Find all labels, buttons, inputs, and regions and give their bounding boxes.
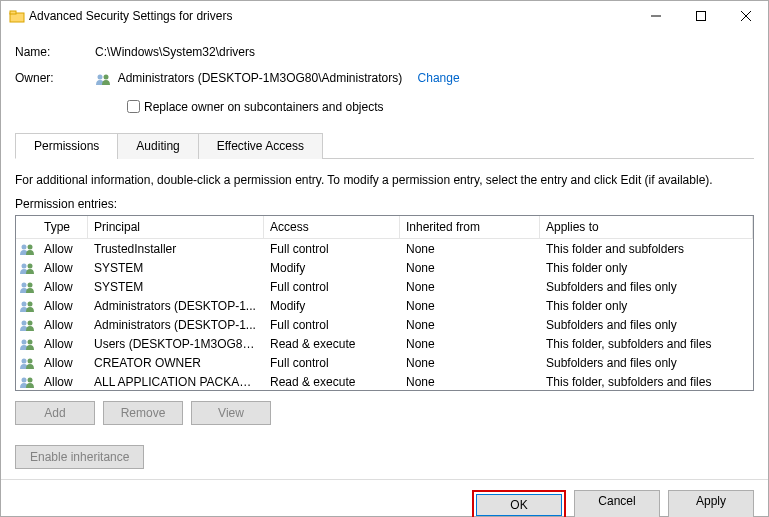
- table-row[interactable]: AllowUsers (DESKTOP-1M3OG80\U...Read & e…: [16, 334, 753, 353]
- grid-header: Type Principal Access Inherited from App…: [16, 216, 753, 239]
- table-row[interactable]: AllowSYSTEMModifyNoneThis folder only: [16, 258, 753, 277]
- change-owner-link[interactable]: Change: [418, 71, 460, 85]
- cell-access: Full control: [264, 317, 400, 333]
- cell-principal: ALL APPLICATION PACKAGES: [88, 374, 264, 390]
- svg-point-16: [22, 320, 27, 325]
- cell-applies: This folder and subfolders: [540, 241, 753, 257]
- svg-point-19: [28, 339, 33, 344]
- cell-inherited: None: [400, 298, 540, 314]
- window: Advanced Security Settings for drivers N…: [0, 0, 769, 517]
- principal-icon: [16, 353, 38, 373]
- close-button[interactable]: [723, 1, 768, 31]
- cell-type: Allow: [38, 374, 88, 390]
- enable-inheritance-button: Enable inheritance: [15, 445, 144, 469]
- cancel-button[interactable]: Cancel: [574, 490, 660, 517]
- cell-applies: Subfolders and files only: [540, 355, 753, 371]
- remove-button: Remove: [103, 401, 183, 425]
- cell-access: Full control: [264, 355, 400, 371]
- cell-principal: Administrators (DESKTOP-1...: [88, 317, 264, 333]
- content-area: Name: C:\Windows\System32\drivers Owner:…: [1, 31, 768, 479]
- titlebar: Advanced Security Settings for drivers: [1, 1, 768, 31]
- principal-icon: [16, 239, 38, 259]
- info-text: For additional information, double-click…: [15, 173, 754, 187]
- tab-effective-access[interactable]: Effective Access: [198, 133, 323, 159]
- svg-point-14: [22, 301, 27, 306]
- cell-applies: This folder only: [540, 260, 753, 276]
- svg-point-6: [98, 74, 103, 79]
- tab-auditing[interactable]: Auditing: [117, 133, 198, 159]
- replace-owner-checkbox[interactable]: [127, 100, 140, 113]
- cell-access: Read & execute: [264, 336, 400, 352]
- cell-type: Allow: [38, 336, 88, 352]
- svg-rect-1: [10, 11, 16, 14]
- svg-point-22: [22, 377, 27, 382]
- table-row[interactable]: AllowSYSTEMFull controlNoneSubfolders an…: [16, 277, 753, 296]
- cell-principal: CREATOR OWNER: [88, 355, 264, 371]
- svg-point-12: [22, 282, 27, 287]
- cell-applies: This folder, subfolders and files: [540, 374, 753, 390]
- cell-principal: Users (DESKTOP-1M3OG80\U...: [88, 336, 264, 352]
- cell-type: Allow: [38, 298, 88, 314]
- view-button: View: [191, 401, 271, 425]
- table-row[interactable]: AllowTrustedInstallerFull controlNoneThi…: [16, 239, 753, 258]
- col-applies[interactable]: Applies to: [540, 216, 753, 238]
- svg-point-23: [28, 377, 33, 382]
- name-value: C:\Windows\System32\drivers: [95, 45, 255, 59]
- cell-access: Modify: [264, 260, 400, 276]
- table-row[interactable]: AllowAdministrators (DESKTOP-1...ModifyN…: [16, 296, 753, 315]
- owner-label: Owner:: [15, 71, 95, 85]
- cell-type: Allow: [38, 241, 88, 257]
- cell-inherited: None: [400, 241, 540, 257]
- tab-strip: Permissions Auditing Effective Access: [15, 132, 754, 159]
- svg-rect-3: [696, 12, 705, 21]
- add-button: Add: [15, 401, 95, 425]
- col-inherited[interactable]: Inherited from: [400, 216, 540, 238]
- principal-icon: [16, 296, 38, 316]
- svg-point-21: [28, 358, 33, 363]
- folder-icon: [9, 8, 25, 24]
- cell-inherited: None: [400, 279, 540, 295]
- principal-icon: [16, 334, 38, 354]
- cell-principal: Administrators (DESKTOP-1...: [88, 298, 264, 314]
- name-label: Name:: [15, 45, 95, 59]
- cell-principal: SYSTEM: [88, 260, 264, 276]
- maximize-button[interactable]: [678, 1, 723, 31]
- replace-owner-label: Replace owner on subcontainers and objec…: [144, 100, 383, 114]
- tab-permissions[interactable]: Permissions: [15, 133, 118, 159]
- footer: OK Cancel Apply: [1, 479, 768, 517]
- cell-inherited: None: [400, 355, 540, 371]
- cell-applies: Subfolders and files only: [540, 317, 753, 333]
- minimize-button[interactable]: [633, 1, 678, 31]
- table-row[interactable]: AllowALL APPLICATION PACKAGESRead & exec…: [16, 372, 753, 391]
- people-icon: [95, 73, 111, 85]
- table-row[interactable]: AllowCREATOR OWNERFull controlNoneSubfol…: [16, 353, 753, 372]
- svg-point-15: [28, 301, 33, 306]
- cell-type: Allow: [38, 279, 88, 295]
- cell-applies: This folder only: [540, 298, 753, 314]
- svg-point-10: [22, 263, 27, 268]
- col-principal[interactable]: Principal: [88, 216, 264, 238]
- cell-inherited: None: [400, 260, 540, 276]
- svg-point-11: [28, 263, 33, 268]
- principal-icon: [16, 315, 38, 335]
- cell-access: Full control: [264, 279, 400, 295]
- svg-point-17: [28, 320, 33, 325]
- apply-button[interactable]: Apply: [668, 490, 754, 517]
- permission-entries-grid[interactable]: Type Principal Access Inherited from App…: [15, 215, 754, 391]
- cell-principal: SYSTEM: [88, 279, 264, 295]
- cell-access: Full control: [264, 241, 400, 257]
- principal-icon: [16, 258, 38, 278]
- owner-value: Administrators (DESKTOP-1M3OG80\Administ…: [118, 71, 403, 85]
- col-access[interactable]: Access: [264, 216, 400, 238]
- cell-inherited: None: [400, 317, 540, 333]
- cell-principal: TrustedInstaller: [88, 241, 264, 257]
- cell-access: Modify: [264, 298, 400, 314]
- ok-highlight: OK: [472, 490, 566, 517]
- col-type[interactable]: Type: [38, 216, 88, 238]
- principal-icon: [16, 277, 38, 297]
- cell-type: Allow: [38, 317, 88, 333]
- svg-point-9: [28, 244, 33, 249]
- table-row[interactable]: AllowAdministrators (DESKTOP-1...Full co…: [16, 315, 753, 334]
- svg-point-20: [22, 358, 27, 363]
- ok-button[interactable]: OK: [476, 494, 562, 516]
